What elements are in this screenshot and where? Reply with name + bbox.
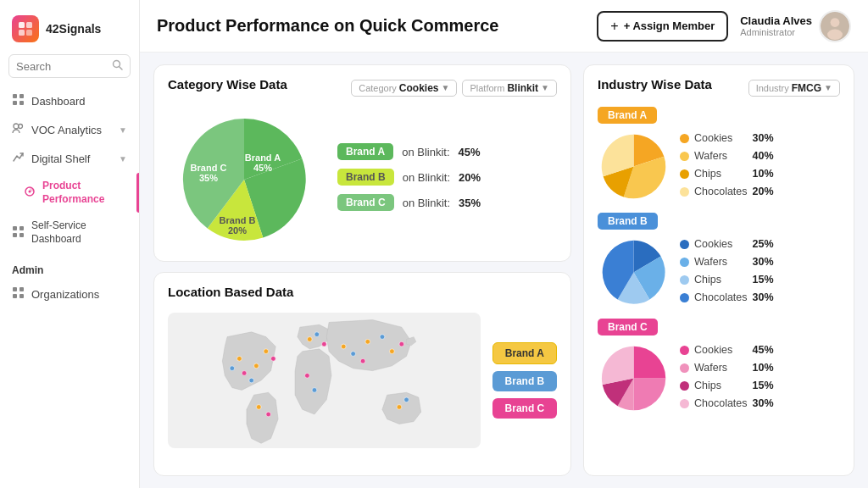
map-brand-c-badge[interactable]: Brand C [492, 398, 557, 419]
category-filter-chip[interactable]: Category Cookies ▼ [351, 80, 457, 97]
industry-panel: Industry Wise Data Industry FMCG ▼ Brand… [583, 64, 854, 476]
svg-point-41 [249, 378, 254, 383]
app-name: 42Signals [46, 22, 101, 36]
chocolates-dot [680, 187, 689, 197]
plus-icon: + [610, 19, 618, 34]
svg-rect-19 [19, 287, 24, 291]
industry-panel-title: Industry Wise Data [598, 77, 712, 92]
b-cookies-dot [680, 240, 689, 249]
assign-member-button[interactable]: + + Assign Member [597, 11, 728, 42]
svg-text:Brand A: Brand A [245, 152, 281, 163]
assign-member-label: + Assign Member [624, 19, 715, 32]
sidebar-item-digital-shelf-label: Digital Shelf [31, 152, 90, 165]
b-chips-pct: 15% [753, 274, 774, 286]
header: Product Performance on Quick Commerce + … [140, 0, 868, 53]
content: Category Wise Data Category Cookies ▼ Pl… [140, 53, 868, 488]
svg-point-35 [341, 344, 346, 349]
chips-label: Chips [694, 168, 748, 180]
svg-point-13 [29, 191, 31, 193]
svg-point-37 [390, 349, 395, 354]
brand-a-badge: Brand A [337, 143, 393, 160]
industry-c-cookies: Cookies 45% [680, 344, 774, 356]
b-chocolates-pct: 30% [753, 291, 774, 303]
industry-brand-b-tag: Brand B [598, 213, 658, 230]
svg-text:Brand C: Brand C [191, 163, 227, 173]
sidebar-item-product-performance[interactable]: Product Performance [0, 173, 139, 213]
svg-rect-8 [13, 101, 17, 105]
brand-a-pct: 45% [459, 146, 481, 158]
map-brand-b-badge[interactable]: Brand B [492, 371, 557, 391]
svg-rect-17 [19, 233, 24, 237]
sidebar-item-dashboard[interactable]: Dashboard [0, 86, 139, 115]
avatar [819, 10, 851, 42]
svg-rect-2 [19, 30, 25, 36]
sidebar-item-dashboard-label: Dashboard [31, 95, 86, 108]
industry-brand-b-legend: Cookies 25% Wafers 30% Chips 15% [680, 238, 774, 307]
voc-chevron-icon: ▼ [119, 125, 127, 135]
svg-rect-18 [13, 287, 17, 291]
platform-filter-value: Blinkit [507, 82, 538, 94]
svg-point-24 [827, 29, 843, 40]
product-perf-icon [24, 186, 36, 200]
location-body: Brand A Brand B Brand C [168, 313, 557, 448]
svg-rect-9 [19, 101, 24, 105]
sidebar-item-voc[interactable]: VOC Analytics ▼ [0, 115, 139, 144]
sidebar-item-organizations[interactable]: Organizations [0, 280, 139, 308]
svg-line-5 [120, 67, 123, 70]
chips-dot [680, 169, 689, 179]
svg-point-53 [305, 373, 310, 378]
platform-filter-chip[interactable]: Platform Blinkit ▼ [462, 80, 557, 97]
legend-brand-a: Brand A on Blinkit: 45% [337, 143, 481, 160]
sidebar: 42Signals Dashboard [0, 0, 140, 488]
c-chocolates-label: Chocolates [694, 397, 748, 409]
svg-rect-6 [13, 94, 17, 98]
map-brand-list: Brand A Brand B Brand C [492, 342, 557, 419]
sidebar-item-digital-shelf[interactable]: Digital Shelf ▼ [0, 144, 139, 173]
sidebar-item-self-service[interactable]: Self-Service Dashboard [0, 213, 139, 252]
search-input[interactable] [16, 60, 107, 73]
legend-brand-c: Brand C on Blinkit: 35% [337, 194, 481, 211]
platform-filter-label: Platform [470, 83, 504, 93]
svg-text:45%: 45% [253, 163, 272, 173]
c-wafers-label: Wafers [694, 362, 748, 374]
industry-filter-chip[interactable]: Industry FMCG ▼ [748, 80, 840, 97]
svg-text:20%: 20% [228, 225, 247, 236]
category-filter-label: Category [359, 83, 397, 93]
svg-point-43 [351, 352, 356, 357]
platform-filter-chevron: ▼ [541, 83, 549, 92]
user-info: Claudia Alves Administrator [740, 10, 851, 42]
industry-brand-c-legend: Cookies 45% Wafers 10% Chips 15% [680, 344, 774, 413]
industry-brand-a-chart: Cookies 30% Wafers 40% Chips 10% [598, 130, 840, 202]
svg-point-23 [831, 18, 840, 27]
industry-filter-label: Industry [756, 83, 789, 93]
svg-point-33 [264, 349, 269, 354]
map-brand-a-badge[interactable]: Brand A [492, 342, 557, 364]
cookies-pct: 30% [753, 132, 774, 144]
industry-brand-c-section: Brand C [598, 319, 840, 414]
industry-b-chocolates: Chocolates 30% [680, 291, 774, 303]
c-cookies-dot [680, 346, 689, 355]
logo-icon [12, 15, 39, 42]
svg-point-50 [360, 358, 365, 363]
category-filter-chevron: ▼ [442, 83, 450, 92]
svg-point-47 [242, 371, 247, 376]
c-cookies-pct: 45% [753, 344, 774, 356]
industry-filter-value: FMCG [792, 82, 821, 94]
c-chips-dot [680, 381, 689, 391]
industry-brand-b-chart: Cookies 25% Wafers 30% Chips 15% [598, 236, 840, 308]
industry-brand-a-tag: Brand A [598, 107, 657, 124]
industry-brand-c-chart: Cookies 45% Wafers 10% Chips 15% [598, 342, 840, 414]
svg-point-40 [230, 366, 235, 371]
industry-brand-c-tag: Brand C [598, 319, 658, 336]
user-role: Administrator [740, 27, 812, 37]
industry-filter-chevron: ▼ [824, 83, 832, 92]
c-wafers-dot [680, 363, 689, 373]
svg-point-46 [404, 397, 409, 402]
industry-a-wafers: Wafers 40% [680, 150, 774, 162]
header-right: + + Assign Member Claudia Alves Administ… [597, 10, 851, 42]
search-box[interactable] [8, 54, 131, 78]
svg-rect-15 [19, 226, 24, 230]
logo: 42Signals [0, 10, 139, 54]
svg-point-32 [254, 363, 259, 369]
b-chocolates-label: Chocolates [694, 291, 748, 303]
